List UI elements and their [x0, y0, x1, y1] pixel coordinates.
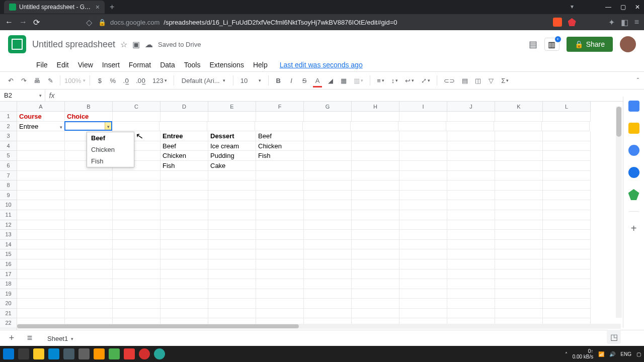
cell-K4[interactable]	[495, 141, 543, 151]
cell-K17[interactable]	[495, 269, 543, 280]
cell-J5[interactable]	[447, 151, 495, 161]
cell-H19[interactable]	[352, 289, 399, 299]
add-addon-icon[interactable]: +	[631, 223, 637, 234]
cell-L16[interactable]	[543, 259, 591, 269]
browser-menu-icon[interactable]: ≡	[634, 18, 639, 27]
cell-G1[interactable]	[304, 112, 352, 122]
strikethrough-button[interactable]: S	[299, 75, 310, 86]
taskbar-app-icon[interactable]	[63, 348, 74, 359]
row-header[interactable]: 5	[0, 151, 17, 161]
column-header[interactable]: B	[65, 102, 113, 111]
undo-button[interactable]: ↶	[5, 75, 16, 86]
collapse-toolbar-icon[interactable]: ˆ	[637, 77, 639, 84]
cell-B19[interactable]	[65, 289, 113, 299]
cell-J19[interactable]	[447, 289, 495, 299]
cell-F10[interactable]	[256, 200, 304, 210]
cell-D11[interactable]	[160, 210, 208, 220]
cell-I15[interactable]	[399, 249, 447, 259]
cell-B20[interactable]	[65, 299, 113, 309]
cell-L10[interactable]	[543, 200, 591, 210]
tasks-icon[interactable]	[628, 145, 639, 156]
menu-format[interactable]: Format	[125, 60, 155, 70]
cell-C1[interactable]	[113, 112, 160, 122]
row-header[interactable]: 1	[0, 112, 17, 122]
merge-button[interactable]: ▥▾	[351, 75, 366, 86]
cell-B7[interactable]	[65, 171, 113, 181]
cell-I3[interactable]	[399, 131, 447, 141]
cell-E10[interactable]	[208, 200, 256, 210]
search-icon[interactable]	[18, 348, 29, 359]
cell-F21[interactable]	[256, 309, 304, 319]
cell-I10[interactable]	[399, 200, 447, 210]
cell-F4[interactable]: Chicken	[256, 141, 304, 151]
cell-L11[interactable]	[543, 210, 591, 220]
cell-E15[interactable]	[208, 249, 256, 259]
cell-I2[interactable]	[398, 122, 446, 132]
taskbar-app-icon[interactable]	[78, 348, 90, 359]
cell-A17[interactable]	[17, 269, 65, 280]
present-button[interactable]: ▥ +	[544, 38, 559, 51]
cell-L3[interactable]	[543, 131, 591, 141]
cell-F19[interactable]	[256, 289, 304, 299]
cell-J11[interactable]	[447, 210, 495, 220]
last-edit-link[interactable]: Last edit was seconds ago	[276, 60, 367, 70]
link-button[interactable]: ⊂⊃	[441, 75, 457, 86]
taskbar-app-icon[interactable]	[124, 348, 135, 359]
cell-J12[interactable]	[447, 220, 495, 230]
tray-chevron-icon[interactable]: ˄	[565, 351, 568, 357]
cell-C7[interactable]	[113, 171, 160, 181]
cell-B9[interactable]	[65, 191, 113, 201]
cell-L8[interactable]	[543, 180, 591, 191]
cell-B15[interactable]	[65, 249, 113, 259]
v-align-button[interactable]: ↕▾	[389, 75, 401, 86]
cell-C20[interactable]	[113, 299, 160, 309]
maps-icon[interactable]	[628, 189, 639, 200]
chevron-down-icon[interactable]: ▾	[71, 336, 73, 341]
wifi-icon[interactable]: 📶	[598, 351, 604, 357]
cell-J3[interactable]	[447, 131, 495, 141]
number-format-button[interactable]: 123▾	[150, 75, 170, 86]
cell-K21[interactable]	[495, 309, 543, 319]
cell-G17[interactable]	[304, 269, 352, 280]
cell-L14[interactable]	[543, 240, 591, 250]
cell-C2[interactable]	[112, 122, 159, 132]
share-button[interactable]: 🔒 Share	[567, 37, 613, 52]
cell-J18[interactable]	[447, 279, 495, 289]
cell-A20[interactable]	[17, 299, 65, 309]
notification-icon[interactable]: ▢	[636, 351, 641, 357]
cell-C19[interactable]	[113, 289, 160, 299]
cell-F11[interactable]	[256, 210, 304, 220]
cell-G13[interactable]	[304, 230, 352, 240]
cell-B2[interactable]: ▾	[64, 121, 112, 131]
all-sheets-button[interactable]: ≡	[23, 332, 36, 345]
cell-G14[interactable]	[304, 240, 352, 250]
cell-D6[interactable]: Fish	[160, 161, 208, 171]
zoom-select[interactable]: 100%▾	[64, 77, 86, 84]
cell-D9[interactable]	[160, 191, 208, 201]
cell-A8[interactable]	[17, 180, 65, 191]
cell-K12[interactable]	[495, 220, 543, 230]
cell-D18[interactable]	[160, 279, 208, 289]
cell-I11[interactable]	[399, 210, 447, 220]
explore-button[interactable]: ◳	[607, 330, 621, 344]
cell-H7[interactable]	[352, 171, 399, 181]
star-icon[interactable]: ☆	[120, 40, 127, 49]
cell-C18[interactable]	[113, 279, 160, 289]
maximize-button[interactable]: ▢	[620, 4, 626, 11]
cell-D2[interactable]	[159, 122, 207, 132]
dropdown-arrow-icon[interactable]: ▾	[105, 122, 112, 131]
cell-D14[interactable]	[160, 240, 208, 250]
cell-A4[interactable]	[17, 141, 65, 151]
cell-L4[interactable]	[543, 141, 591, 151]
cell-C21[interactable]	[113, 309, 160, 319]
cell-J13[interactable]	[447, 230, 495, 240]
cell-H12[interactable]	[352, 220, 399, 230]
cell-K15[interactable]	[495, 249, 543, 259]
cell-I12[interactable]	[399, 220, 447, 230]
cell-G4[interactable]	[304, 141, 352, 151]
cell-E17[interactable]	[208, 269, 256, 280]
menu-edit[interactable]: Edit	[53, 60, 73, 70]
cell-I17[interactable]	[399, 269, 447, 280]
bold-button[interactable]: B	[273, 75, 284, 86]
cell-G15[interactable]	[304, 249, 352, 259]
